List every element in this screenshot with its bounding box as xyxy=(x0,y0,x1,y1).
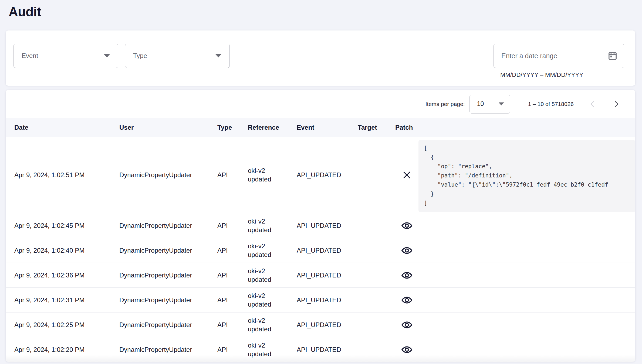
chevron-down-icon xyxy=(104,54,110,57)
items-per-page-value: 10 xyxy=(477,100,484,108)
cell-event: API_UPDATED xyxy=(297,296,358,304)
cell-user: DynamicPropertyUpdater xyxy=(119,247,217,254)
paginator: Items per page: 10 1 – 10 of 5718026 xyxy=(6,90,635,118)
eye-icon xyxy=(401,344,413,356)
filters-panel: Event Type Enter a date range MM/DD/YYYY… xyxy=(6,30,635,86)
table-row: Apr 9, 2024, 1:02:36 PM DynamicPropertyU… xyxy=(6,263,635,288)
cell-event: API_UPDATED xyxy=(297,321,358,329)
table-row: Apr 9, 2024, 1:02:20 PM DynamicPropertyU… xyxy=(6,337,635,362)
event-filter-select[interactable]: Event xyxy=(13,44,118,68)
cell-patch-preview: [ { "op": "replace", "path": "/definitio… xyxy=(418,137,635,213)
cell-event: API_UPDATED xyxy=(297,272,358,279)
date-format-hint: MM/DD/YYYY – MM/DD/YYYY xyxy=(500,71,583,78)
cell-date: Apr 9, 2024, 1:02:25 PM xyxy=(14,321,119,329)
cell-date: Apr 9, 2024, 1:02:36 PM xyxy=(14,272,119,279)
view-patch-button[interactable] xyxy=(400,318,413,331)
eye-icon xyxy=(401,220,413,232)
cell-date: Apr 9, 2024, 1:02:51 PM xyxy=(14,171,119,179)
cell-event: API_UPDATED xyxy=(297,346,358,353)
table-header: Date User Type Reference Event Target Pa… xyxy=(6,118,635,137)
cell-patch xyxy=(395,169,418,181)
cell-user: DynamicPropertyUpdater xyxy=(119,222,217,229)
patch-json-preview: [ { "op": "replace", "path": "/definitio… xyxy=(418,140,635,212)
page-range-label: 1 – 10 of 5718026 xyxy=(528,101,574,107)
cell-type: API xyxy=(217,247,248,254)
cell-reference: oki-v2 updated xyxy=(248,242,297,259)
code-line: ] xyxy=(424,198,635,208)
cell-event: API_UPDATED xyxy=(297,247,358,254)
cell-patch xyxy=(395,294,418,307)
table-row: Apr 9, 2024, 1:02:31 PM DynamicPropertyU… xyxy=(6,288,635,313)
items-per-page-select[interactable]: 10 xyxy=(469,95,510,114)
table-row: Apr 9, 2024, 1:02:51 PM DynamicPropertyU… xyxy=(6,137,635,213)
code-line: "path": "/definition", xyxy=(424,171,635,180)
type-filter-select[interactable]: Type xyxy=(125,44,230,68)
cell-patch xyxy=(395,318,418,331)
code-line: "value": "{\"id\":\"5972f0c1-fedf-49ec-b… xyxy=(424,180,635,189)
date-range-input[interactable]: Enter a date range xyxy=(494,44,624,68)
cell-user: DynamicPropertyUpdater xyxy=(119,272,217,279)
cell-reference: oki-v2 updated xyxy=(248,217,297,234)
cell-reference: oki-v2 updated xyxy=(248,316,297,334)
chevron-down-icon xyxy=(215,54,221,57)
chevron-right-icon xyxy=(613,100,620,108)
cell-date: Apr 9, 2024, 1:02:40 PM xyxy=(14,247,119,254)
cell-reference: oki-v2 updated xyxy=(248,166,297,184)
type-filter-label: Type xyxy=(133,52,147,60)
calendar-icon[interactable] xyxy=(608,51,617,61)
cell-user: DynamicPropertyUpdater xyxy=(119,346,217,353)
code-line: } xyxy=(424,189,635,198)
cell-user: DynamicPropertyUpdater xyxy=(119,171,217,179)
code-line: { xyxy=(424,153,635,162)
cell-user: DynamicPropertyUpdater xyxy=(119,296,217,304)
cell-type: API xyxy=(217,171,248,179)
cell-event: API_UPDATED xyxy=(297,222,358,229)
chevron-left-icon xyxy=(589,100,596,108)
code-line: "op": "replace", xyxy=(424,162,635,171)
column-header-event: Event xyxy=(297,124,358,131)
previous-page-button[interactable] xyxy=(587,98,599,110)
cell-type: API xyxy=(217,346,248,353)
next-page-button[interactable] xyxy=(610,98,622,110)
table-row: Apr 9, 2024, 1:02:45 PM DynamicPropertyU… xyxy=(6,213,635,238)
cell-reference: oki-v2 updated xyxy=(248,341,297,358)
cell-reference: oki-v2 updated xyxy=(248,291,297,309)
cell-date: Apr 9, 2024, 1:02:31 PM xyxy=(14,296,119,304)
cell-patch xyxy=(395,269,418,282)
eye-icon xyxy=(401,294,413,306)
close-patch-button[interactable] xyxy=(400,169,413,181)
cell-type: API xyxy=(217,222,248,229)
cell-type: API xyxy=(217,296,248,304)
cell-user: DynamicPropertyUpdater xyxy=(119,321,217,329)
code-line: [ xyxy=(424,143,635,153)
view-patch-button[interactable] xyxy=(400,294,413,307)
eye-icon xyxy=(401,319,413,331)
cell-type: API xyxy=(217,272,248,279)
event-filter-label: Event xyxy=(22,52,38,60)
date-range-placeholder: Enter a date range xyxy=(501,52,557,60)
eye-icon xyxy=(401,245,413,256)
cell-date: Apr 9, 2024, 1:02:45 PM xyxy=(14,222,119,229)
view-patch-button[interactable] xyxy=(400,269,413,282)
cell-event: API_UPDATED xyxy=(297,171,358,179)
column-header-patch: Patch xyxy=(395,124,418,131)
cell-type: API xyxy=(217,321,248,329)
cell-date: Apr 9, 2024, 1:02:20 PM xyxy=(14,346,119,353)
column-header-reference: Reference xyxy=(248,124,297,131)
table-row: Apr 9, 2024, 1:02:40 PM DynamicPropertyU… xyxy=(6,238,635,263)
page-title: Audit xyxy=(9,4,41,19)
cell-patch xyxy=(395,343,418,356)
column-header-target: Target xyxy=(358,124,395,131)
chevron-down-icon xyxy=(499,102,504,105)
view-patch-button[interactable] xyxy=(400,244,413,257)
view-patch-button[interactable] xyxy=(400,219,413,232)
audit-table-card: Items per page: 10 1 – 10 of 5718026 Dat… xyxy=(6,90,635,362)
view-patch-button[interactable] xyxy=(400,343,413,356)
cell-patch xyxy=(395,244,418,257)
column-header-type: Type xyxy=(217,124,248,131)
column-header-user: User xyxy=(119,124,217,131)
close-icon xyxy=(401,170,412,180)
eye-icon xyxy=(401,269,413,281)
items-per-page-label: Items per page: xyxy=(425,101,465,107)
cell-patch xyxy=(395,219,418,232)
